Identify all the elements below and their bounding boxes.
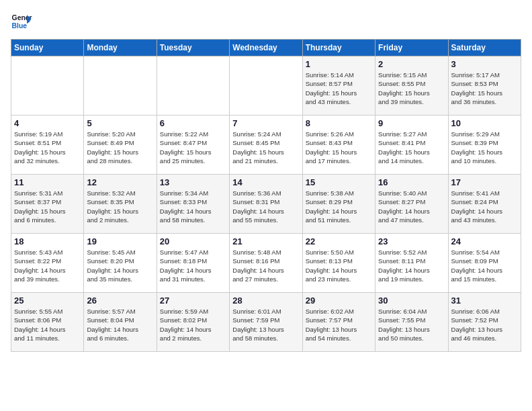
day-info: Sunrise: 5:19 AM Sunset: 8:51 PM Dayligh… <box>14 130 81 165</box>
day-number: 6 <box>160 118 226 128</box>
day-info: Sunrise: 5:48 AM Sunset: 8:16 PM Dayligh… <box>232 248 299 283</box>
day-info: Sunrise: 5:38 AM Sunset: 8:29 PM Dayligh… <box>306 189 372 224</box>
calendar-cell: 21Sunrise: 5:48 AM Sunset: 8:16 PM Dayli… <box>230 234 302 293</box>
day-info: Sunrise: 5:22 AM Sunset: 8:47 PM Dayligh… <box>160 130 226 165</box>
day-number: 31 <box>451 295 518 306</box>
calendar-cell <box>84 56 157 116</box>
day-number: 24 <box>451 236 518 246</box>
day-info: Sunrise: 5:54 AM Sunset: 8:09 PM Dayligh… <box>451 248 518 283</box>
day-number: 15 <box>306 177 372 187</box>
calendar-body: 1Sunrise: 5:14 AM Sunset: 8:57 PM Daylig… <box>11 56 521 352</box>
weekday-header-thursday: Thursday <box>302 40 375 56</box>
svg-text:Blue: Blue <box>12 22 28 30</box>
day-number: 14 <box>232 177 299 187</box>
day-number: 5 <box>87 118 153 128</box>
day-number: 12 <box>87 177 153 187</box>
calendar-cell <box>157 56 229 116</box>
day-number: 8 <box>306 118 372 128</box>
day-number: 20 <box>160 236 226 246</box>
logo: General Blue <box>11 11 35 32</box>
day-number: 29 <box>306 295 372 306</box>
calendar-cell: 27Sunrise: 5:59 AM Sunset: 8:02 PM Dayli… <box>157 293 229 352</box>
weekday-row: SundayMondayTuesdayWednesdayThursdayFrid… <box>11 40 521 56</box>
day-number: 26 <box>87 295 153 306</box>
page-header: General Blue <box>11 11 521 32</box>
day-number: 16 <box>378 177 445 187</box>
day-info: Sunrise: 5:43 AM Sunset: 8:22 PM Dayligh… <box>14 248 81 283</box>
weekday-header-wednesday: Wednesday <box>230 40 302 56</box>
calendar-week-0: 1Sunrise: 5:14 AM Sunset: 8:57 PM Daylig… <box>11 56 521 116</box>
weekday-header-monday: Monday <box>84 40 157 56</box>
calendar-cell: 17Sunrise: 5:41 AM Sunset: 8:24 PM Dayli… <box>448 175 521 234</box>
calendar-cell: 10Sunrise: 5:29 AM Sunset: 8:39 PM Dayli… <box>448 116 521 175</box>
calendar-cell: 23Sunrise: 5:52 AM Sunset: 8:11 PM Dayli… <box>375 234 448 293</box>
day-number: 25 <box>14 295 81 306</box>
day-info: Sunrise: 5:17 AM Sunset: 8:53 PM Dayligh… <box>451 71 518 106</box>
day-info: Sunrise: 5:41 AM Sunset: 8:24 PM Dayligh… <box>451 189 518 224</box>
day-number: 22 <box>306 236 372 246</box>
calendar-cell: 18Sunrise: 5:43 AM Sunset: 8:22 PM Dayli… <box>11 234 84 293</box>
weekday-header-sunday: Sunday <box>11 40 84 56</box>
calendar-cell: 11Sunrise: 5:31 AM Sunset: 8:37 PM Dayli… <box>11 175 84 234</box>
day-info: Sunrise: 5:36 AM Sunset: 8:31 PM Dayligh… <box>232 189 299 224</box>
day-number: 19 <box>87 236 153 246</box>
calendar-cell: 26Sunrise: 5:57 AM Sunset: 8:04 PM Dayli… <box>84 293 157 352</box>
day-number: 11 <box>14 177 81 187</box>
day-info: Sunrise: 5:40 AM Sunset: 8:27 PM Dayligh… <box>378 189 445 224</box>
day-info: Sunrise: 5:24 AM Sunset: 8:45 PM Dayligh… <box>232 130 299 165</box>
calendar-table: SundayMondayTuesdayWednesdayThursdayFrid… <box>11 39 521 352</box>
day-info: Sunrise: 6:02 AM Sunset: 7:57 PM Dayligh… <box>306 307 372 342</box>
calendar-cell: 4Sunrise: 5:19 AM Sunset: 8:51 PM Daylig… <box>11 116 84 175</box>
day-number: 23 <box>378 236 445 246</box>
day-info: Sunrise: 5:47 AM Sunset: 8:18 PM Dayligh… <box>160 248 226 283</box>
day-info: Sunrise: 5:14 AM Sunset: 8:57 PM Dayligh… <box>306 71 372 106</box>
day-number: 27 <box>160 295 226 306</box>
weekday-header-tuesday: Tuesday <box>157 40 229 56</box>
calendar-week-1: 4Sunrise: 5:19 AM Sunset: 8:51 PM Daylig… <box>11 116 521 175</box>
calendar-cell: 24Sunrise: 5:54 AM Sunset: 8:09 PM Dayli… <box>448 234 521 293</box>
weekday-header-saturday: Saturday <box>448 40 521 56</box>
day-number: 21 <box>232 236 299 246</box>
day-info: Sunrise: 5:32 AM Sunset: 8:35 PM Dayligh… <box>87 189 153 224</box>
day-number: 4 <box>14 118 81 128</box>
day-number: 3 <box>451 59 518 69</box>
calendar-cell: 29Sunrise: 6:02 AM Sunset: 7:57 PM Dayli… <box>302 293 375 352</box>
day-number: 30 <box>378 295 445 306</box>
calendar-week-2: 11Sunrise: 5:31 AM Sunset: 8:37 PM Dayli… <box>11 175 521 234</box>
calendar-cell: 22Sunrise: 5:50 AM Sunset: 8:13 PM Dayli… <box>302 234 375 293</box>
calendar-cell: 19Sunrise: 5:45 AM Sunset: 8:20 PM Dayli… <box>84 234 157 293</box>
day-number: 10 <box>451 118 518 128</box>
day-number: 28 <box>232 295 299 306</box>
calendar-cell: 16Sunrise: 5:40 AM Sunset: 8:27 PM Dayli… <box>375 175 448 234</box>
calendar-cell: 9Sunrise: 5:27 AM Sunset: 8:41 PM Daylig… <box>375 116 448 175</box>
calendar-cell <box>11 56 84 116</box>
calendar-cell: 15Sunrise: 5:38 AM Sunset: 8:29 PM Dayli… <box>302 175 375 234</box>
calendar-cell: 28Sunrise: 6:01 AM Sunset: 7:59 PM Dayli… <box>230 293 302 352</box>
calendar-cell: 8Sunrise: 5:26 AM Sunset: 8:43 PM Daylig… <box>302 116 375 175</box>
day-info: Sunrise: 5:27 AM Sunset: 8:41 PM Dayligh… <box>378 130 445 165</box>
calendar-cell: 7Sunrise: 5:24 AM Sunset: 8:45 PM Daylig… <box>230 116 302 175</box>
day-number: 2 <box>378 59 445 69</box>
calendar-week-4: 25Sunrise: 5:55 AM Sunset: 8:06 PM Dayli… <box>11 293 521 352</box>
day-info: Sunrise: 6:04 AM Sunset: 7:55 PM Dayligh… <box>378 307 445 342</box>
day-info: Sunrise: 5:57 AM Sunset: 8:04 PM Dayligh… <box>87 307 153 342</box>
calendar-cell: 2Sunrise: 5:15 AM Sunset: 8:55 PM Daylig… <box>375 56 448 116</box>
day-info: Sunrise: 5:34 AM Sunset: 8:33 PM Dayligh… <box>160 189 226 224</box>
day-info: Sunrise: 5:50 AM Sunset: 8:13 PM Dayligh… <box>306 248 372 283</box>
calendar-cell: 6Sunrise: 5:22 AM Sunset: 8:47 PM Daylig… <box>157 116 229 175</box>
day-number: 7 <box>232 118 299 128</box>
logo-icon: General Blue <box>11 11 32 32</box>
day-info: Sunrise: 6:06 AM Sunset: 7:52 PM Dayligh… <box>451 307 518 342</box>
day-info: Sunrise: 5:55 AM Sunset: 8:06 PM Dayligh… <box>14 307 81 342</box>
day-info: Sunrise: 5:31 AM Sunset: 8:37 PM Dayligh… <box>14 189 81 224</box>
day-info: Sunrise: 5:45 AM Sunset: 8:20 PM Dayligh… <box>87 248 153 283</box>
calendar-cell: 31Sunrise: 6:06 AM Sunset: 7:52 PM Dayli… <box>448 293 521 352</box>
day-number: 1 <box>306 59 372 69</box>
calendar-cell: 25Sunrise: 5:55 AM Sunset: 8:06 PM Dayli… <box>11 293 84 352</box>
day-number: 18 <box>14 236 81 246</box>
calendar-cell: 3Sunrise: 5:17 AM Sunset: 8:53 PM Daylig… <box>448 56 521 116</box>
day-info: Sunrise: 5:59 AM Sunset: 8:02 PM Dayligh… <box>160 307 226 342</box>
day-number: 17 <box>451 177 518 187</box>
day-info: Sunrise: 5:29 AM Sunset: 8:39 PM Dayligh… <box>451 130 518 165</box>
calendar-cell: 5Sunrise: 5:20 AM Sunset: 8:49 PM Daylig… <box>84 116 157 175</box>
